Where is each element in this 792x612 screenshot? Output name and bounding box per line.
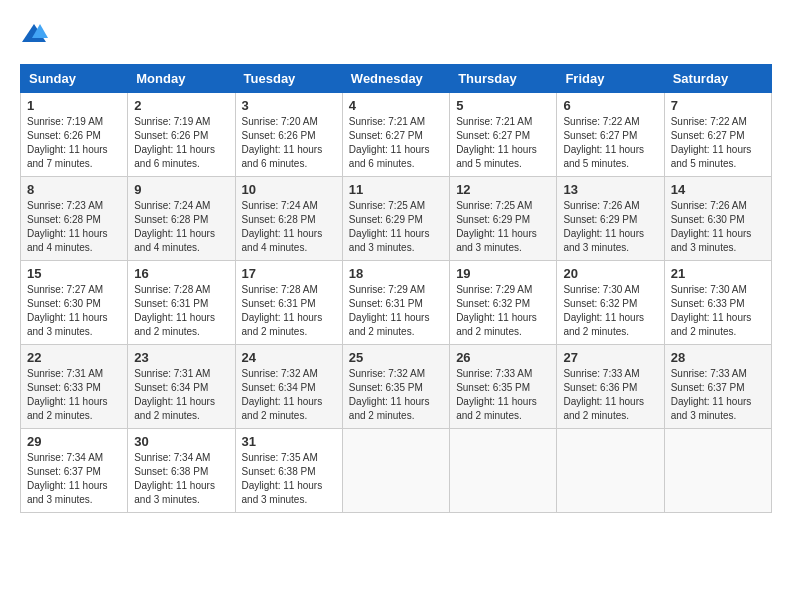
- daylight-label: Daylight: 11 hours and 2 minutes.: [242, 312, 323, 337]
- sunrise-label: Sunrise: 7:23 AM: [27, 200, 103, 211]
- sunrise-label: Sunrise: 7:24 AM: [134, 200, 210, 211]
- calendar-cell: 25Sunrise: 7:32 AMSunset: 6:35 PMDayligh…: [342, 345, 449, 429]
- sunrise-label: Sunrise: 7:25 AM: [456, 200, 532, 211]
- day-info: Sunrise: 7:33 AMSunset: 6:37 PMDaylight:…: [671, 367, 765, 423]
- calendar-cell: 7Sunrise: 7:22 AMSunset: 6:27 PMDaylight…: [664, 93, 771, 177]
- day-number: 24: [242, 350, 336, 365]
- day-number: 5: [456, 98, 550, 113]
- calendar-cell: 24Sunrise: 7:32 AMSunset: 6:34 PMDayligh…: [235, 345, 342, 429]
- calendar-cell: 16Sunrise: 7:28 AMSunset: 6:31 PMDayligh…: [128, 261, 235, 345]
- header-saturday: Saturday: [664, 65, 771, 93]
- calendar-cell: 2Sunrise: 7:19 AMSunset: 6:26 PMDaylight…: [128, 93, 235, 177]
- header-friday: Friday: [557, 65, 664, 93]
- daylight-label: Daylight: 11 hours and 4 minutes.: [27, 228, 108, 253]
- day-info: Sunrise: 7:25 AMSunset: 6:29 PMDaylight:…: [456, 199, 550, 255]
- daylight-label: Daylight: 11 hours and 5 minutes.: [671, 144, 752, 169]
- daylight-label: Daylight: 11 hours and 2 minutes.: [671, 312, 752, 337]
- day-info: Sunrise: 7:34 AMSunset: 6:38 PMDaylight:…: [134, 451, 228, 507]
- calendar-cell: 19Sunrise: 7:29 AMSunset: 6:32 PMDayligh…: [450, 261, 557, 345]
- day-number: 13: [563, 182, 657, 197]
- calendar-cell: 29Sunrise: 7:34 AMSunset: 6:37 PMDayligh…: [21, 429, 128, 513]
- sunset-label: Sunset: 6:29 PM: [563, 214, 637, 225]
- calendar-cell: 1Sunrise: 7:19 AMSunset: 6:26 PMDaylight…: [21, 93, 128, 177]
- sunset-label: Sunset: 6:35 PM: [349, 382, 423, 393]
- daylight-label: Daylight: 11 hours and 2 minutes.: [27, 396, 108, 421]
- calendar-cell: 8Sunrise: 7:23 AMSunset: 6:28 PMDaylight…: [21, 177, 128, 261]
- day-number: 11: [349, 182, 443, 197]
- day-number: 25: [349, 350, 443, 365]
- daylight-label: Daylight: 11 hours and 2 minutes.: [349, 312, 430, 337]
- sunset-label: Sunset: 6:27 PM: [349, 130, 423, 141]
- day-info: Sunrise: 7:23 AMSunset: 6:28 PMDaylight:…: [27, 199, 121, 255]
- sunrise-label: Sunrise: 7:29 AM: [456, 284, 532, 295]
- sunrise-label: Sunrise: 7:30 AM: [563, 284, 639, 295]
- calendar-cell: 9Sunrise: 7:24 AMSunset: 6:28 PMDaylight…: [128, 177, 235, 261]
- day-info: Sunrise: 7:28 AMSunset: 6:31 PMDaylight:…: [134, 283, 228, 339]
- day-number: 23: [134, 350, 228, 365]
- sunrise-label: Sunrise: 7:31 AM: [134, 368, 210, 379]
- daylight-label: Daylight: 11 hours and 2 minutes.: [456, 396, 537, 421]
- sunset-label: Sunset: 6:26 PM: [242, 130, 316, 141]
- day-info: Sunrise: 7:24 AMSunset: 6:28 PMDaylight:…: [242, 199, 336, 255]
- sunset-label: Sunset: 6:34 PM: [134, 382, 208, 393]
- calendar-cell: 13Sunrise: 7:26 AMSunset: 6:29 PMDayligh…: [557, 177, 664, 261]
- header-monday: Monday: [128, 65, 235, 93]
- sunrise-label: Sunrise: 7:32 AM: [242, 368, 318, 379]
- day-number: 26: [456, 350, 550, 365]
- day-info: Sunrise: 7:33 AMSunset: 6:36 PMDaylight:…: [563, 367, 657, 423]
- day-number: 19: [456, 266, 550, 281]
- sunrise-label: Sunrise: 7:20 AM: [242, 116, 318, 127]
- header-wednesday: Wednesday: [342, 65, 449, 93]
- daylight-label: Daylight: 11 hours and 3 minutes.: [134, 480, 215, 505]
- day-info: Sunrise: 7:22 AMSunset: 6:27 PMDaylight:…: [563, 115, 657, 171]
- daylight-label: Daylight: 11 hours and 3 minutes.: [27, 480, 108, 505]
- calendar-cell: [664, 429, 771, 513]
- daylight-label: Daylight: 11 hours and 6 minutes.: [242, 144, 323, 169]
- calendar-cell: 18Sunrise: 7:29 AMSunset: 6:31 PMDayligh…: [342, 261, 449, 345]
- sunset-label: Sunset: 6:33 PM: [27, 382, 101, 393]
- calendar-cell: 27Sunrise: 7:33 AMSunset: 6:36 PMDayligh…: [557, 345, 664, 429]
- daylight-label: Daylight: 11 hours and 2 minutes.: [242, 396, 323, 421]
- sunrise-label: Sunrise: 7:21 AM: [349, 116, 425, 127]
- calendar-cell: 14Sunrise: 7:26 AMSunset: 6:30 PMDayligh…: [664, 177, 771, 261]
- day-info: Sunrise: 7:32 AMSunset: 6:35 PMDaylight:…: [349, 367, 443, 423]
- sunset-label: Sunset: 6:31 PM: [134, 298, 208, 309]
- sunrise-label: Sunrise: 7:19 AM: [27, 116, 103, 127]
- day-info: Sunrise: 7:29 AMSunset: 6:32 PMDaylight:…: [456, 283, 550, 339]
- day-info: Sunrise: 7:32 AMSunset: 6:34 PMDaylight:…: [242, 367, 336, 423]
- day-info: Sunrise: 7:33 AMSunset: 6:35 PMDaylight:…: [456, 367, 550, 423]
- day-info: Sunrise: 7:19 AMSunset: 6:26 PMDaylight:…: [134, 115, 228, 171]
- sunset-label: Sunset: 6:26 PM: [134, 130, 208, 141]
- sunset-label: Sunset: 6:28 PM: [134, 214, 208, 225]
- day-info: Sunrise: 7:34 AMSunset: 6:37 PMDaylight:…: [27, 451, 121, 507]
- daylight-label: Daylight: 11 hours and 3 minutes.: [671, 396, 752, 421]
- sunset-label: Sunset: 6:27 PM: [671, 130, 745, 141]
- calendar-cell: 26Sunrise: 7:33 AMSunset: 6:35 PMDayligh…: [450, 345, 557, 429]
- sunrise-label: Sunrise: 7:33 AM: [563, 368, 639, 379]
- daylight-label: Daylight: 11 hours and 3 minutes.: [27, 312, 108, 337]
- sunrise-label: Sunrise: 7:28 AM: [134, 284, 210, 295]
- daylight-label: Daylight: 11 hours and 6 minutes.: [134, 144, 215, 169]
- daylight-label: Daylight: 11 hours and 2 minutes.: [134, 396, 215, 421]
- day-info: Sunrise: 7:21 AMSunset: 6:27 PMDaylight:…: [456, 115, 550, 171]
- sunset-label: Sunset: 6:38 PM: [242, 466, 316, 477]
- calendar-cell: 11Sunrise: 7:25 AMSunset: 6:29 PMDayligh…: [342, 177, 449, 261]
- day-info: Sunrise: 7:30 AMSunset: 6:33 PMDaylight:…: [671, 283, 765, 339]
- calendar-week-5: 29Sunrise: 7:34 AMSunset: 6:37 PMDayligh…: [21, 429, 772, 513]
- day-info: Sunrise: 7:28 AMSunset: 6:31 PMDaylight:…: [242, 283, 336, 339]
- calendar-cell: 30Sunrise: 7:34 AMSunset: 6:38 PMDayligh…: [128, 429, 235, 513]
- daylight-label: Daylight: 11 hours and 5 minutes.: [456, 144, 537, 169]
- day-info: Sunrise: 7:21 AMSunset: 6:27 PMDaylight:…: [349, 115, 443, 171]
- calendar-header-row: SundayMondayTuesdayWednesdayThursdayFrid…: [21, 65, 772, 93]
- day-info: Sunrise: 7:26 AMSunset: 6:30 PMDaylight:…: [671, 199, 765, 255]
- daylight-label: Daylight: 11 hours and 2 minutes.: [456, 312, 537, 337]
- day-info: Sunrise: 7:31 AMSunset: 6:33 PMDaylight:…: [27, 367, 121, 423]
- sunset-label: Sunset: 6:29 PM: [349, 214, 423, 225]
- day-info: Sunrise: 7:24 AMSunset: 6:28 PMDaylight:…: [134, 199, 228, 255]
- day-info: Sunrise: 7:30 AMSunset: 6:32 PMDaylight:…: [563, 283, 657, 339]
- sunrise-label: Sunrise: 7:28 AM: [242, 284, 318, 295]
- sunset-label: Sunset: 6:34 PM: [242, 382, 316, 393]
- calendar-cell: [342, 429, 449, 513]
- day-number: 10: [242, 182, 336, 197]
- day-number: 21: [671, 266, 765, 281]
